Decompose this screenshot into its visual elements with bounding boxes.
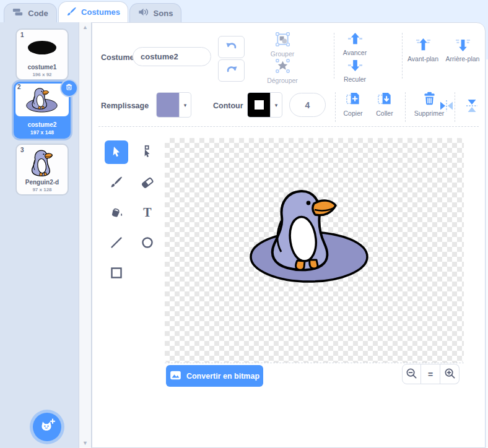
costume-name: costume1 [17, 64, 68, 71]
layer-forward-label: Avancer [343, 49, 367, 56]
group-button[interactable]: Grouper [264, 32, 301, 58]
redo-button[interactable] [218, 59, 245, 82]
zoom-out-icon [406, 368, 417, 381]
outline-label: Contour [213, 101, 243, 110]
costume-item-costume1[interactable]: 1 costume1 196 x 92 [15, 28, 69, 80]
speaker-icon [138, 7, 149, 19]
fill-label: Remplissage [101, 101, 149, 110]
zoom-reset-button[interactable]: = [421, 364, 440, 384]
reshape-tool-button[interactable] [136, 140, 159, 164]
code-blocks-icon [12, 7, 24, 19]
layer-backward-icon [347, 58, 364, 74]
chevron-down-icon: ▾ [271, 93, 282, 117]
costume-name-input[interactable] [133, 47, 211, 66]
select-tool-button[interactable] [105, 140, 128, 164]
penguin-scene-thumb [23, 86, 61, 114]
copy-label: Copier [344, 110, 363, 117]
convert-to-bitmap-label: Convertir en bitmap [186, 372, 259, 381]
copy-button[interactable]: Copier [339, 91, 367, 117]
layer-front-label: Avant-plan [407, 55, 438, 62]
flip-horizontal-icon [438, 99, 455, 114]
stroke-width-input[interactable] [289, 93, 326, 117]
bitmap-image-icon [170, 370, 181, 382]
delete-costume-icon [64, 82, 74, 94]
svg-text:T: T [143, 205, 152, 219]
paste-button[interactable]: Coller [370, 91, 399, 117]
line-tool-button[interactable] [105, 231, 128, 255]
layer-forward-icon [347, 32, 364, 48]
costume-index: 2 [17, 84, 21, 90]
tab-sons-label: Sons [154, 9, 173, 18]
add-costume-button[interactable] [33, 413, 61, 441]
zoom-in-button[interactable] [440, 364, 460, 384]
fill-tool-button[interactable] [105, 201, 128, 225]
layer-backward-label: Reculer [344, 75, 366, 83]
eraser-tool-icon [140, 174, 155, 191]
costume-list-scrollbar[interactable]: ▲ ▼ [79, 22, 92, 448]
costume-index: 1 [20, 32, 24, 38]
divider [334, 33, 334, 79]
rectangle-tool-button[interactable] [105, 262, 128, 285]
layer-back-button[interactable]: Arrière-plan [445, 38, 480, 62]
eraser-tool-button[interactable] [136, 171, 159, 194]
convert-to-bitmap-button[interactable]: Convertir en bitmap [166, 365, 263, 387]
text-tool-button[interactable]: T [136, 201, 159, 225]
circle-tool-button[interactable] [136, 231, 159, 255]
divider [402, 33, 403, 79]
select-tool-icon [109, 144, 124, 161]
penguin-thumb [32, 149, 53, 177]
costume-size: 196 x 92 [17, 72, 68, 77]
divider [335, 92, 336, 122]
tab-sons[interactable]: Sons [129, 3, 181, 22]
layer-forward-button[interactable]: Avancer [338, 32, 372, 56]
redo-icon [225, 63, 238, 78]
flip-vertical-button[interactable] [460, 95, 484, 118]
zoom-out-button[interactable] [402, 364, 421, 384]
outline-color-picker[interactable]: ▾ [247, 92, 282, 118]
scroll-down-icon[interactable]: ▼ [79, 440, 91, 446]
fill-color-picker[interactable]: ▾ [156, 92, 191, 118]
text-tool-icon: T [140, 205, 155, 222]
fill-color-swatch [157, 93, 180, 117]
brush-tool-button[interactable] [105, 171, 128, 194]
tab-code[interactable]: Code [4, 3, 57, 22]
line-tool-icon [109, 235, 124, 252]
layer-front-button[interactable]: Avant-plan [407, 38, 439, 62]
costume-name: costume2 [14, 121, 71, 128]
flip-horizontal-button[interactable] [435, 95, 458, 118]
group-label: Grouper [271, 50, 295, 58]
undo-icon [225, 40, 238, 54]
delete-costume-button[interactable] [61, 80, 77, 96]
costume-size: 97 x 128 [17, 187, 68, 192]
rectangle-tool-icon [109, 265, 124, 282]
layer-backward-button[interactable]: Reculer [338, 58, 372, 83]
costume-size: 197 x 148 [14, 129, 71, 136]
layer-front-icon [416, 38, 431, 54]
toolbar-separator [98, 126, 479, 127]
penguin-costume-artwork[interactable] [239, 183, 381, 291]
copy-icon [346, 91, 361, 108]
penguin2d-thumbnail [17, 149, 68, 177]
chevron-down-icon: ▾ [180, 93, 191, 117]
costume-item-penguin2d[interactable]: 3 Penguin2-d 97 x 128 [15, 144, 69, 196]
add-costume-cat-icon [39, 418, 56, 436]
ungroup-label: Dégrouper [267, 77, 298, 84]
group-icon [275, 32, 290, 49]
paint-editor-panel: Costume Grouper [92, 22, 486, 448]
scroll-up-icon[interactable]: ▲ [79, 24, 91, 30]
black-ellipse-thumb [28, 41, 56, 54]
flip-vertical-icon [465, 98, 479, 116]
costume-name: Penguin2-d [17, 179, 68, 186]
paint-canvas[interactable] [165, 138, 464, 363]
reshape-tool-icon [140, 144, 155, 161]
paste-label: Coller [376, 110, 393, 117]
tab-costumes[interactable]: Costumes [58, 1, 128, 22]
divider [405, 92, 406, 122]
layer-back-label: Arrière-plan [446, 55, 480, 62]
ungroup-button[interactable]: Dégrouper [264, 58, 301, 84]
zoom-controls: = [402, 364, 460, 384]
tab-code-label: Code [28, 9, 48, 18]
undo-button[interactable] [218, 36, 245, 58]
costume-index: 3 [20, 147, 24, 153]
zoom-reset-label: = [428, 369, 433, 379]
